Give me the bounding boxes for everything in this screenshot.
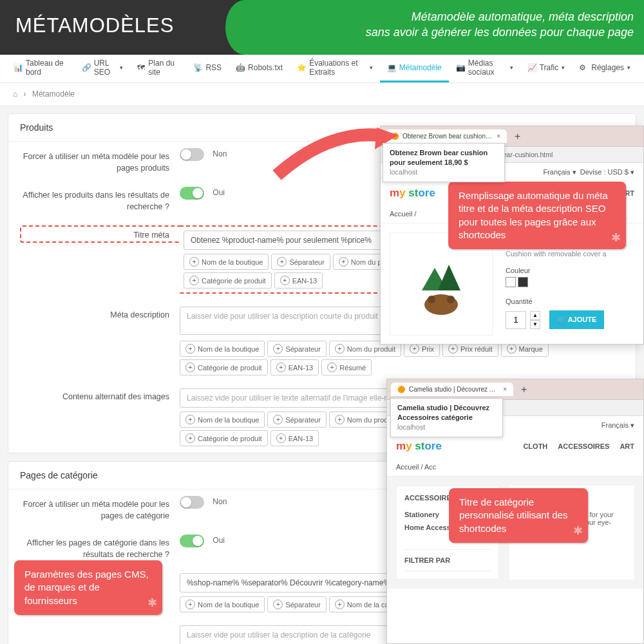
nav-r-glages[interactable]: ⚙Réglages ▾ — [572, 55, 638, 82]
svg-point-5 — [447, 296, 455, 303]
qty-up[interactable]: ▲ — [530, 311, 540, 320]
alt-content-label: Contenu alternatif des images — [20, 388, 180, 403]
shortcode-tag[interactable]: Nom de la boutique — [180, 596, 265, 612]
svg-point-4 — [428, 296, 435, 303]
breadcrumb-home[interactable]: ⌂ — [13, 90, 17, 99]
shortcode-tag[interactable]: Résumé — [321, 359, 372, 375]
shortcode-tag[interactable]: EAN-13 — [270, 359, 319, 375]
meta-desc-tags: Nom de la boutiqueSéparateurNom du produ… — [180, 341, 624, 375]
shortcode-tag[interactable]: Catégorie de produit — [180, 430, 268, 446]
seo-tooltip-1: Obtenez Brown bear cushion pour seulemen… — [383, 143, 505, 182]
banner-subtitle: Métamodèle automatique, méta description… — [366, 9, 634, 41]
arrow-icon — [270, 124, 399, 182]
shortcode-tag[interactable]: Nom de la boutique — [180, 412, 265, 428]
nav-m-dias-sociaux[interactable]: 📷Médias sociaux ▾ — [449, 55, 520, 82]
shortcode-tag[interactable]: Séparateur — [267, 596, 326, 612]
callout-autofill: Remplissage automatique du méta titre et… — [448, 182, 626, 249]
callout-category: Titre de catégorie personnalisé utilisan… — [449, 488, 588, 543]
qty-down[interactable]: ▼ — [530, 320, 540, 329]
shortcode-tag[interactable]: EAN-13 — [270, 430, 319, 446]
shortcode-tag[interactable]: Nom de la boutique — [180, 341, 265, 357]
browser-tab-2[interactable]: 🟠 Camelia studio | Découvrez Acce × — [391, 383, 513, 396]
currency-selector[interactable]: Devise : USD $ ▾ — [580, 168, 634, 176]
breadcrumb-current: Métamodèle — [32, 90, 75, 99]
add-to-cart-button[interactable]: 🛒 AJOUTE — [549, 310, 604, 329]
browser-tab[interactable]: 🟠 Obtenez Brown bear cushion po… × — [384, 129, 507, 143]
shortcode-tag[interactable]: Catégorie de produit — [180, 359, 268, 375]
seo-tooltip-2: Camelia studio | Découvrez Accessoires c… — [390, 398, 503, 437]
shortcode-tag[interactable]: EAN-13 — [274, 272, 323, 289]
cat-force-label: Forcer à utiliser un méta modèle pour le… — [20, 496, 180, 522]
color-black[interactable] — [518, 277, 528, 287]
shortcode-tag[interactable]: Séparateur — [267, 341, 326, 357]
module-nav: 📊Tableau de bord🔗URL SEO ▾🗺Plan du site📡… — [0, 55, 644, 83]
force-meta-toggle[interactable] — [180, 148, 204, 161]
nav-robots-txt[interactable]: 🤖Robots.txt — [229, 55, 290, 82]
force-meta-value: Non — [213, 149, 227, 158]
banner-title: MÉTAMODÈLES — [15, 14, 174, 37]
shortcode-tag[interactable]: Nom de la boutique — [184, 254, 269, 270]
cat-force-toggle[interactable] — [180, 496, 204, 509]
new-tab-button[interactable]: + — [511, 131, 524, 142]
nav-plan-du-site[interactable]: 🗺Plan du site — [130, 55, 186, 82]
nav-url-seo[interactable]: 🔗URL SEO ▾ — [75, 55, 131, 82]
close-icon[interactable]: × — [497, 133, 500, 140]
hero-banner: MÉTAMODÈLES Métamodèle automatique, méta… — [0, 0, 644, 55]
store-logo[interactable]: my store — [390, 187, 435, 200]
callout-cms: Paramètres des pages CMS, de marques et … — [14, 560, 162, 615]
cat-show-label: Afficher les pages de catégorie dans les… — [20, 535, 180, 560]
shortcode-tag[interactable]: Séparateur — [267, 412, 326, 428]
new-tab-button[interactable]: + — [517, 384, 531, 395]
nav-tableau-de-bord[interactable]: 📊Tableau de bord — [6, 55, 75, 82]
store-logo[interactable]: my store — [396, 440, 442, 453]
lang-selector-2[interactable]: Français ▾ — [601, 421, 634, 430]
show-search-toggle[interactable] — [180, 187, 204, 200]
color-white[interactable] — [506, 277, 516, 287]
show-search-value: Oui — [213, 188, 225, 197]
lang-selector[interactable]: Français ▾ — [543, 168, 576, 176]
cat-show-toggle[interactable] — [180, 535, 204, 547]
close-icon[interactable]: × — [503, 386, 507, 393]
qty-input[interactable] — [506, 311, 526, 329]
shortcode-tag[interactable]: Catégorie de produit — [184, 272, 272, 289]
shortcode-tag[interactable]: Séparateur — [271, 254, 330, 270]
nav--valuations-et-extraits[interactable]: ⭐Évaluations et Extraits ▾ — [290, 55, 380, 82]
breadcrumb: ⌂ › Métamodèle — [0, 83, 644, 106]
meta-title-label: Titre méta — [20, 225, 180, 243]
nav-m-tamod-le[interactable]: 💻Métamodèle — [380, 55, 449, 82]
force-meta-label: Forcer à utiliser un méta modèle pour le… — [20, 148, 180, 174]
meta-desc-label: Méta description — [20, 307, 180, 321]
nav-trafic[interactable]: 📈Trafic ▾ — [520, 55, 573, 82]
nav-rss[interactable]: 📡RSS — [186, 55, 229, 82]
show-search-label: Afficher les produits dans les résultats… — [20, 187, 180, 213]
